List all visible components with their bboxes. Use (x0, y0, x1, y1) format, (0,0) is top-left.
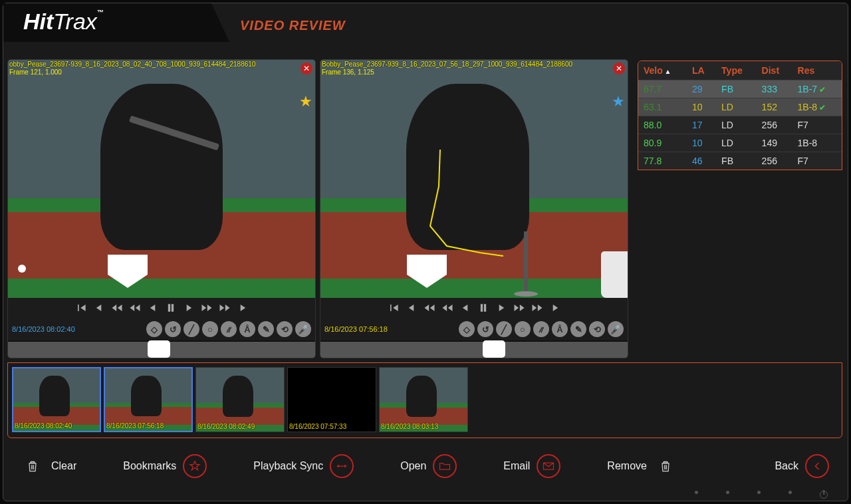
forward-fast-icon[interactable] (217, 301, 232, 315)
timestamp: 8/16/2023 07:56:18 (324, 325, 456, 333)
header: HitTrax™ VIDEO REVIEW (3, 3, 848, 42)
prev-icon[interactable] (404, 301, 419, 315)
thumbnail[interactable]: 8/16/2023 07:56:18 (104, 367, 193, 432)
power-icon[interactable] (820, 491, 828, 499)
thumbnail[interactable]: 8/16/2023 08:03:13 (379, 367, 468, 432)
tray-dot[interactable] (726, 491, 729, 494)
col-dist[interactable]: Dist (757, 61, 792, 80)
playback-sync-button[interactable]: Playback Sync (253, 454, 354, 478)
scrub-bar-left[interactable] (8, 342, 315, 358)
line-tool-icon[interactable]: ╱ (496, 321, 512, 337)
skip-start-icon[interactable] (74, 301, 88, 315)
video-frame-info: Frame 121, 1.000 (9, 68, 62, 76)
undo-tool-icon[interactable]: ↺ (477, 321, 493, 337)
step-back-icon[interactable] (146, 301, 160, 315)
table-row[interactable]: 77.846FB256F7 (638, 152, 842, 170)
cell-res: 1B-8✔ (792, 98, 842, 116)
open-button[interactable]: Open (400, 454, 457, 478)
col-velo[interactable]: Velo (638, 61, 687, 80)
thumbnail[interactable]: 8/16/2023 08:02:40 (12, 367, 101, 432)
tray-dot[interactable] (695, 491, 698, 494)
sync-tool-icon[interactable]: ⟲ (277, 321, 293, 337)
video-toolbar-right: 8/16/2023 07:56:18 ◇ ↺ ╱ ○ ⫽ Å ✎ ⟲ 🎤 (320, 318, 628, 340)
cell-dist: 256 (757, 116, 792, 134)
sync-tool-icon[interactable]: ⟲ (589, 321, 605, 337)
scrub-bar-right[interactable] (320, 342, 628, 358)
home-plate (407, 255, 447, 288)
clear-button[interactable]: Clear (21, 454, 76, 478)
forward-icon[interactable] (199, 301, 214, 315)
timestamp: 8/16/2023 08:02:40 (12, 325, 144, 333)
pencil-tool-icon[interactable]: ✎ (570, 321, 586, 337)
thumbnail-strip: 8/16/2023 08:02:408/16/2023 07:56:188/16… (7, 362, 842, 438)
home-plate-tool-icon[interactable]: ◇ (146, 321, 162, 337)
video-pane-left: obby_Pease_23697-939_8_16_2023_08_02_40_… (7, 59, 316, 358)
back-button[interactable]: Back (775, 454, 829, 478)
step-fwd-icon[interactable] (494, 301, 509, 315)
compass-tool-icon[interactable]: Å (239, 321, 255, 337)
table-row[interactable]: 63.110LD1521B-8✔ (638, 98, 842, 116)
thumbnail[interactable]: 8/16/2023 07:57:33 (287, 367, 376, 432)
bookmarks-label: Bookmarks (123, 460, 176, 472)
thumb-timestamp: 8/16/2023 07:57:33 (289, 423, 346, 430)
thumb-image (380, 368, 467, 432)
star-icon[interactable]: ★ (299, 93, 312, 110)
compass-tool-icon[interactable]: Å (552, 321, 568, 337)
forward-icon[interactable] (512, 301, 527, 315)
col-la[interactable]: LA (687, 61, 716, 80)
cell-res: 1B-7✔ (792, 80, 842, 98)
col-res[interactable]: Res (792, 61, 842, 80)
clear-label: Clear (51, 460, 76, 472)
rewind-fast-icon[interactable] (110, 301, 124, 315)
scrub-handle[interactable] (148, 340, 170, 358)
close-icon[interactable]: ✕ (613, 63, 625, 74)
play-icon[interactable] (235, 301, 250, 315)
table-row[interactable]: 67.729FB3331B-7✔ (638, 80, 842, 98)
home-plate-tool-icon[interactable]: ◇ (459, 321, 475, 337)
rewind-fast-icon[interactable] (422, 301, 437, 315)
skip-start-icon[interactable] (386, 301, 401, 315)
pencil-tool-icon[interactable]: ✎ (258, 321, 274, 337)
cell-velo: 63.1 (638, 98, 687, 116)
pause-icon[interactable] (476, 301, 491, 315)
cell-la: 46 (687, 152, 716, 170)
remove-button[interactable]: Remove (607, 454, 677, 478)
star-icon[interactable]: ★ (612, 93, 625, 110)
cell-la: 29 (687, 80, 716, 98)
cell-type: LD (716, 116, 757, 134)
mic-off-tool-icon[interactable]: 🎤 (608, 321, 624, 337)
bookmarks-button[interactable]: Bookmarks (123, 454, 207, 478)
mic-off-tool-icon[interactable]: 🎤 (295, 321, 311, 337)
rewind-icon[interactable] (128, 301, 142, 315)
step-back-icon[interactable] (458, 301, 473, 315)
thumbnail[interactable]: 8/16/2023 08:02:49 (195, 367, 285, 432)
rewind-icon[interactable] (440, 301, 455, 315)
video-frame-right[interactable]: Bobby_Pease_23697-939_8_16_2023_07_56_18… (320, 60, 628, 298)
line-tool-icon[interactable]: ╱ (183, 321, 199, 337)
cell-la: 10 (687, 134, 716, 152)
undo-tool-icon[interactable]: ↺ (165, 321, 181, 337)
email-button[interactable]: Email (503, 454, 560, 478)
tray-dot[interactable] (757, 491, 761, 494)
step-fwd-icon[interactable] (182, 301, 196, 315)
table-row[interactable]: 88.017LD256F7 (638, 116, 842, 134)
prev-icon[interactable] (92, 301, 106, 315)
angle-tool-icon[interactable]: ⫽ (221, 321, 237, 337)
cell-res: F7 (792, 152, 842, 170)
col-type[interactable]: Type (716, 61, 757, 80)
tray-dot[interactable] (789, 491, 792, 494)
cell-type: LD (716, 98, 757, 116)
page-title: VIDEO REVIEW (240, 18, 346, 33)
angle-tool-icon[interactable]: ⫽ (533, 321, 549, 337)
ball-bucket (601, 251, 628, 298)
cell-velo: 77.8 (638, 152, 687, 170)
circle-tool-icon[interactable]: ○ (202, 321, 218, 337)
pause-icon[interactable] (164, 301, 178, 315)
circle-tool-icon[interactable]: ○ (515, 321, 531, 337)
play-icon[interactable] (548, 301, 562, 315)
close-icon[interactable]: ✕ (301, 63, 312, 74)
video-frame-left[interactable]: obby_Pease_23697-939_8_16_2023_08_02_40_… (8, 60, 315, 298)
scrub-handle[interactable] (483, 340, 505, 358)
forward-fast-icon[interactable] (530, 301, 545, 315)
table-row[interactable]: 80.910LD1491B-8 (638, 134, 842, 152)
